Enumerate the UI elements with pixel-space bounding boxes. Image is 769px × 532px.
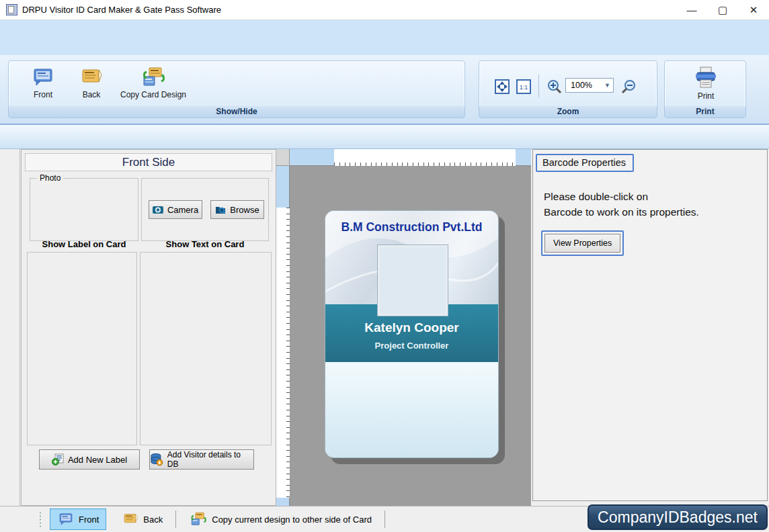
view-properties-focus-ring: View Properties	[541, 230, 624, 256]
back-side-button[interactable]: Back	[114, 508, 170, 530]
label-column	[27, 252, 137, 445]
horizontal-ruler	[290, 149, 531, 166]
back-button[interactable]: Back	[65, 66, 118, 99]
maximize-button[interactable]: ▢	[707, 0, 738, 19]
zoom-level-select[interactable]: 100%▼	[565, 78, 614, 93]
photo-buttons-box: Camera Browse	[141, 178, 269, 241]
minimize-button[interactable]: —	[676, 0, 707, 19]
group-label-print: Print	[665, 106, 745, 118]
camera-button[interactable]: Camera	[149, 200, 202, 219]
ribbon-tab-row	[0, 38, 769, 55]
card-visitor-name: Katelyn Cooper	[325, 320, 498, 335]
group-label-showhide: Show/Hide	[9, 106, 464, 118]
photo-legend: Photo	[37, 173, 63, 183]
toolbar-grip[interactable]	[39, 511, 42, 527]
add-new-label-button[interactable]: Add New Label	[39, 449, 140, 470]
title-bar: DRPU Visitor ID Card Maker & Gate Pass S…	[0, 0, 769, 20]
ribbon-group-showhide: Front Back Copy Card Design Show/Hide	[8, 60, 465, 118]
drawing-toolbar	[0, 149, 20, 506]
browse-button[interactable]: Browse	[210, 200, 264, 219]
add-visitor-details-to-db-button[interactable]: Add Visitor details to DB	[149, 449, 254, 470]
menu-bar	[0, 20, 769, 38]
chevron-down-icon: ▼	[604, 82, 610, 89]
card-photo[interactable]	[378, 245, 448, 316]
id-card-preview[interactable]: B.M Construction Pvt.Ltd Katelyn Cooper …	[325, 210, 499, 458]
one-to-one-icon[interactable]: 1:1	[514, 77, 533, 96]
svg-text:1:1: 1:1	[520, 84, 528, 91]
brand-badge: CompanyIDBadges.net	[588, 504, 768, 530]
barcode-properties-panel: Barcode Properties Please double-click o…	[532, 149, 768, 501]
fit-screen-icon[interactable]	[493, 77, 512, 96]
card-visitor-title: Project Controller	[325, 341, 498, 351]
print-button[interactable]: Print	[680, 65, 732, 101]
show-label-header: Show Label on Card	[30, 239, 138, 249]
group-label-zoom: Zoom	[479, 106, 657, 118]
copy-card-design-button[interactable]: Copy Card Design	[116, 66, 190, 99]
text-column	[140, 252, 272, 445]
divider	[175, 511, 176, 528]
ribbon-group-print: Print Print	[664, 60, 746, 118]
zoom-out-icon[interactable]	[619, 77, 638, 96]
view-properties-button[interactable]: View Properties	[544, 234, 620, 253]
add-label-icon	[52, 453, 64, 466]
vertical-ruler	[276, 166, 290, 506]
app-icon	[6, 4, 17, 15]
back-card-icon	[122, 512, 139, 527]
ribbon-group-zoom: 1:1 100%▼ Zoom	[479, 60, 657, 118]
ribbon: Front Back Copy Card Design Show/Hide 1:…	[0, 55, 769, 125]
camera-icon	[153, 205, 163, 214]
copy-design-button[interactable]: Copy current design to other side of Car…	[181, 508, 379, 531]
barcode-properties-title: Barcode Properties	[536, 154, 634, 172]
show-text-header: Show Text on Card	[141, 239, 269, 249]
standard-toolbar	[0, 125, 769, 149]
front-button[interactable]: Front	[17, 66, 69, 99]
card-company-name: B.M Construction Pvt.Ltd	[325, 220, 498, 234]
browse-folder-icon	[215, 205, 226, 214]
database-icon	[150, 453, 163, 466]
front-card-icon	[57, 512, 75, 527]
visitor-photo	[60, 182, 111, 238]
application-window: DRPU Visitor ID Card Maker & Gate Pass S…	[0, 0, 769, 532]
bottom-bar: Front Back Copy current design to other …	[0, 506, 769, 532]
design-canvas[interactable]: B.M Construction Pvt.Ltd Katelyn Cooper …	[276, 149, 531, 506]
ruler-corner	[276, 149, 290, 166]
barcode-properties-message: Please double-click on Barcode to work o…	[544, 189, 699, 220]
divider	[384, 511, 385, 528]
photo-groupbox: Photo	[30, 178, 138, 241]
window-title: DRPU Visitor ID Card Maker & Gate Pass S…	[22, 5, 221, 15]
card-barcode[interactable]	[341, 433, 484, 451]
front-side-button[interactable]: Front	[50, 508, 106, 530]
copy-design-icon	[189, 511, 208, 527]
zoom-in-icon[interactable]	[545, 77, 564, 96]
front-side-panel: Front Side Photo Camera Browse Show Labe…	[21, 149, 276, 506]
close-button[interactable]: ✕	[738, 0, 769, 19]
panel-title: Front Side	[25, 153, 272, 171]
